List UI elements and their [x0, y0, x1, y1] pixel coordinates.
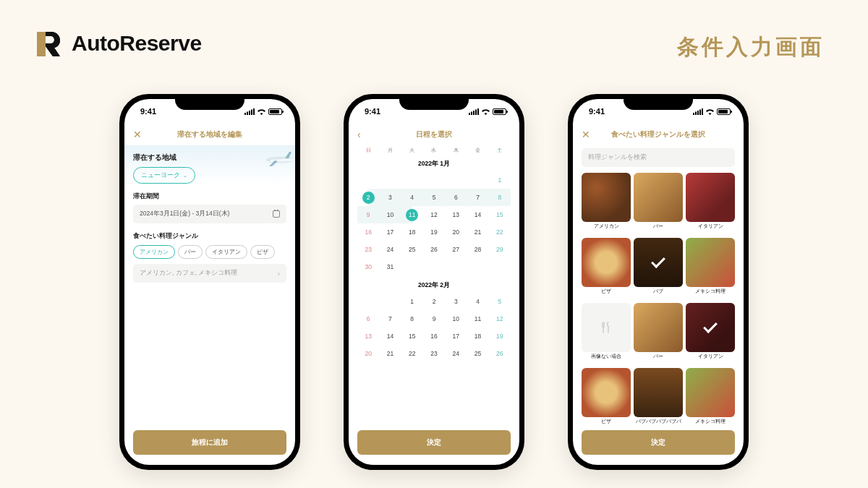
calendar-day[interactable]: 26: [423, 241, 445, 258]
calendar-day[interactable]: 12: [423, 206, 445, 223]
wifi-icon: [481, 108, 490, 115]
svg-rect-2: [249, 111, 250, 115]
calendar-day[interactable]: 15: [489, 206, 511, 223]
month-label: 2022年 1月: [357, 160, 511, 168]
calendar-day[interactable]: 7: [379, 310, 401, 328]
calendar-day[interactable]: 24: [445, 345, 467, 362]
genre-item[interactable]: パブパブパブパブパブ: [634, 368, 683, 424]
genre-item[interactable]: バー: [634, 303, 683, 364]
svg-rect-10: [477, 108, 479, 115]
calendar-day[interactable]: 8: [401, 310, 423, 328]
calendar-day[interactable]: 9: [357, 206, 379, 223]
calendar-day[interactable]: 21: [379, 345, 401, 362]
calendar-day[interactable]: 5: [423, 189, 445, 206]
close-button[interactable]: ✕: [133, 129, 142, 140]
add-to-itinerary-button[interactable]: 旅程に追加: [133, 430, 286, 455]
calendar-day[interactable]: 18: [401, 223, 423, 241]
genre-item[interactable]: メキシコ料理: [686, 238, 735, 299]
genre-item[interactable]: ピザ: [582, 368, 631, 424]
calendar-day[interactable]: 2: [357, 189, 379, 206]
calendar-day[interactable]: 16: [357, 223, 379, 241]
svg-rect-7: [471, 111, 472, 115]
calendar-day[interactable]: 16: [423, 328, 445, 345]
calendar-day[interactable]: 23: [357, 241, 379, 258]
genre-grid: アメリカンバーイタリアンピザパブメキシコ料理画像ない場合バーイタリアンピザパブパ…: [582, 173, 735, 424]
calendar-day[interactable]: 1: [489, 171, 511, 189]
calendar-day[interactable]: 1: [401, 293, 423, 310]
calendar-day[interactable]: 14: [379, 328, 401, 345]
genre-item[interactable]: 画像ない場合: [582, 303, 631, 364]
calendar-day[interactable]: 14: [467, 206, 488, 223]
genre-chip[interactable]: イタリアン: [205, 245, 247, 259]
calendar-day[interactable]: 9: [423, 310, 445, 328]
genre-search-input[interactable]: 料理ジャンルを検索: [582, 148, 735, 167]
genre-image: [634, 238, 683, 287]
location-value: ニューヨーク: [141, 171, 180, 180]
calendar-day[interactable]: 6: [445, 189, 467, 206]
genre-chip[interactable]: アメリカン: [133, 245, 175, 259]
calendar-day[interactable]: 3: [445, 293, 467, 310]
calendar-day[interactable]: 29: [489, 241, 511, 258]
calendar-day[interactable]: 12: [489, 310, 511, 328]
calendar-day[interactable]: 7: [467, 189, 488, 206]
calendar-day[interactable]: 26: [489, 345, 511, 362]
genre-item[interactable]: メキシコ料理: [686, 368, 735, 424]
calendar-day[interactable]: 27: [445, 241, 467, 258]
calendar-day[interactable]: 19: [489, 328, 511, 345]
calendar-day[interactable]: 10: [379, 206, 401, 223]
confirm-button[interactable]: 決定: [357, 430, 511, 455]
calendar-day[interactable]: 5: [489, 293, 511, 310]
calendar-day[interactable]: 19: [423, 223, 445, 241]
date-range-input[interactable]: 2024年3月1日(金) - 3月14日(木): [133, 205, 286, 223]
calendar-day[interactable]: 13: [445, 206, 467, 223]
svg-rect-3: [251, 109, 252, 115]
calendar-day[interactable]: 22: [401, 345, 423, 362]
genre-chip[interactable]: ピザ: [250, 245, 275, 259]
genre-item[interactable]: アメリカン: [582, 173, 631, 234]
genre-item[interactable]: ピザ: [582, 238, 631, 299]
genre-image: [634, 303, 683, 352]
calendar-day[interactable]: 10: [445, 310, 467, 328]
calendar-day: [401, 171, 423, 189]
more-genre-select[interactable]: アメリカン, カフェ, メキシコ料理 ›: [133, 264, 286, 283]
calendar-day[interactable]: 20: [445, 223, 467, 241]
calendar-day[interactable]: 23: [423, 345, 445, 362]
calendar-day[interactable]: 15: [401, 328, 423, 345]
confirm-button[interactable]: 決定: [582, 430, 735, 455]
calendar-day[interactable]: 31: [379, 258, 401, 275]
calendar-day[interactable]: 8: [489, 189, 511, 206]
calendar-day[interactable]: 18: [467, 328, 488, 345]
close-button[interactable]: ✕: [582, 129, 590, 140]
calendar-day[interactable]: 21: [467, 223, 488, 241]
genre-label: 食べたい料理ジャンル: [133, 232, 286, 241]
calendar-day[interactable]: 22: [489, 223, 511, 241]
genre-item[interactable]: イタリアン: [686, 173, 735, 234]
genre-item[interactable]: イタリアン: [686, 303, 735, 364]
genre-label: パブ: [634, 288, 683, 299]
genre-label: ピザ: [582, 288, 631, 299]
genre-label: メキシコ料理: [686, 419, 735, 424]
calendar-day[interactable]: 13: [357, 328, 379, 345]
calendar-day[interactable]: 17: [445, 328, 467, 345]
calendar-day[interactable]: 11: [401, 206, 423, 223]
calendar-day[interactable]: 4: [401, 189, 423, 206]
calendar-day[interactable]: 20: [357, 345, 379, 362]
calendar-day[interactable]: 25: [401, 241, 423, 258]
calendar-day[interactable]: 4: [467, 293, 488, 310]
calendar-day[interactable]: 28: [467, 241, 488, 258]
calendar-day[interactable]: 30: [357, 258, 379, 275]
svg-rect-8: [473, 111, 475, 115]
calendar-day[interactable]: 24: [379, 241, 401, 258]
calendar-day[interactable]: 25: [467, 345, 488, 362]
genre-item[interactable]: バー: [634, 173, 683, 234]
genre-chip[interactable]: バー: [178, 245, 203, 259]
calendar-day[interactable]: 17: [379, 223, 401, 241]
calendar-day[interactable]: 3: [379, 189, 401, 206]
genre-item[interactable]: パブ: [634, 238, 683, 299]
calendar-day[interactable]: 11: [467, 310, 488, 328]
calendar-day[interactable]: 2: [423, 293, 445, 310]
location-select[interactable]: ニューヨーク ⌄: [133, 167, 195, 184]
calendar-day[interactable]: 6: [357, 310, 379, 328]
back-button[interactable]: ‹: [357, 129, 361, 140]
calendar-month-2: 1234567891011121314151617181920212223242…: [357, 293, 511, 362]
